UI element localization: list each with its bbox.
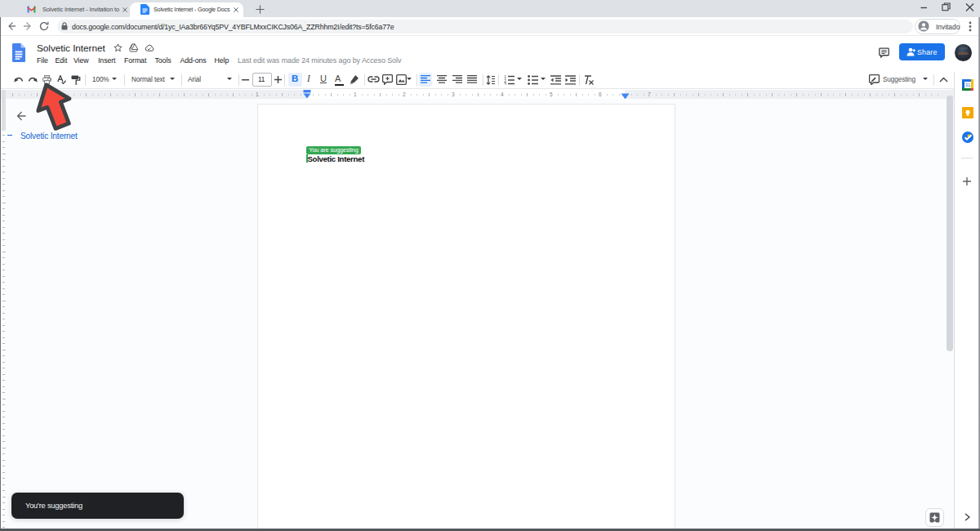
svg-text:3: 3 [504, 81, 506, 84]
svg-text:31: 31 [965, 83, 971, 87]
